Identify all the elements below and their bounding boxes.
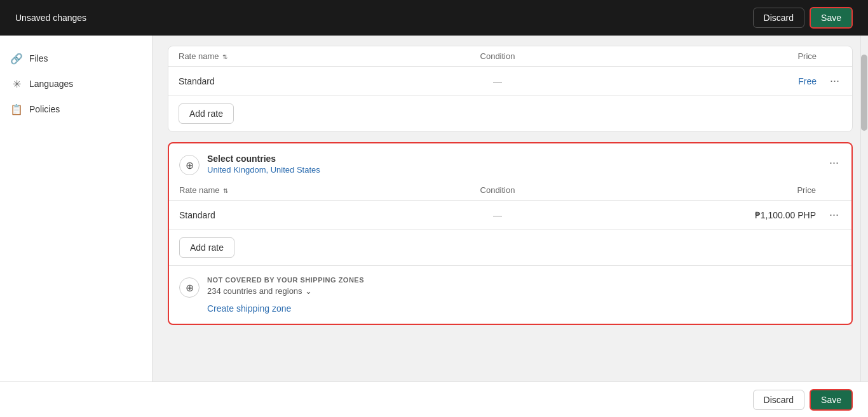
sort-icon: ⇅ [222, 53, 227, 60]
sort-icon-zone: ⇅ [223, 187, 228, 194]
zone-countries: United Kingdom, United States [207, 165, 320, 175]
add-rate-button-zone[interactable]: Add rate [179, 237, 234, 258]
unsaved-changes-bar: Unsaved changes Discard Save [0, 0, 868, 36]
rate-name-header-top: Rate name [179, 51, 219, 61]
standard-zone-card: Rate name ⇅ Condition Price Standard — [168, 46, 853, 132]
not-covered-header: ⊕ NOT COVERED BY YOUR SHIPPING ZONES 234… [179, 276, 841, 314]
not-covered-label: NOT COVERED BY YOUR SHIPPING ZONES [207, 276, 364, 284]
scrollbar-thumb[interactable] [861, 55, 867, 131]
create-shipping-zone-link[interactable]: Create shipping zone [207, 303, 291, 314]
zone-info: Select countries United Kingdom, United … [207, 154, 320, 175]
scrollbar-track [860, 36, 868, 417]
sidebar-item-files-label: Files [29, 53, 48, 63]
sidebar-item-files[interactable]: 🔗 Files [0, 46, 152, 71]
main-layout: 🔗 Files ✳ Languages 📋 Policies Rate name… [0, 36, 868, 417]
not-covered-section: ⊕ NOT COVERED BY YOUR SHIPPING ZONES 234… [169, 266, 851, 324]
add-rate-button-top[interactable]: Add rate [179, 103, 234, 124]
save-button-bottom[interactable]: Save [810, 389, 853, 411]
not-covered-info: NOT COVERED BY YOUR SHIPPING ZONES 234 c… [207, 276, 364, 314]
rate-name-header-zone: Rate name [179, 185, 220, 195]
languages-icon: ✳ [10, 77, 23, 90]
rate-options-top[interactable]: ··· [827, 72, 842, 89]
rate-options-zone[interactable]: ··· [827, 206, 841, 223]
standard-rate-row-top: Standard — Free ··· [168, 67, 852, 96]
standard-rate-condition-top: — [493, 76, 502, 86]
condition-header-zone: Condition [480, 185, 515, 195]
standard-rate-price-zone: ₱1,100.00 PHP [755, 210, 816, 220]
sidebar-item-policies[interactable]: 📋 Policies [0, 96, 152, 122]
sidebar-item-policies-label: Policies [29, 104, 60, 114]
zone-header: ⊕ Select countries United Kingdom, Unite… [169, 143, 851, 180]
zone-options[interactable]: ··· [827, 154, 841, 172]
content-area: Rate name ⇅ Condition Price Standard — [153, 36, 868, 417]
price-header-zone: Price [797, 185, 816, 195]
select-countries-card: ⊕ Select countries United Kingdom, Unite… [168, 142, 853, 325]
standard-rate-name-zone: Standard [179, 210, 215, 220]
files-icon: 🔗 [10, 52, 23, 65]
globe-icon: ⊕ [179, 155, 200, 175]
standard-rate-row-zone: Standard — ₱1,100.00 PHP ··· [169, 201, 851, 230]
standard-rate-price-top: Free [798, 76, 817, 86]
countries-count-text: 234 countries and regions [207, 286, 302, 296]
price-header-top: Price [797, 51, 817, 61]
policies-icon: 📋 [10, 103, 23, 116]
standard-rate-name-top: Standard [179, 76, 215, 86]
zone-title: Select countries [207, 154, 320, 164]
standard-rate-condition-zone: — [493, 210, 502, 220]
bottom-action-bar: Discard Save [0, 381, 868, 417]
not-covered-globe-icon: ⊕ [179, 277, 200, 298]
rate-table-header-zone: Rate name ⇅ Condition Price [169, 180, 851, 201]
discard-button-top[interactable]: Discard [753, 8, 804, 28]
countries-expand[interactable]: 234 countries and regions ⌄ [207, 286, 364, 296]
expand-icon: ⌄ [305, 286, 312, 296]
unsaved-changes-title: Unsaved changes [15, 13, 86, 23]
condition-header-top: Condition [480, 51, 515, 61]
sidebar: 🔗 Files ✳ Languages 📋 Policies [0, 36, 153, 417]
discard-button-bottom[interactable]: Discard [753, 390, 804, 410]
sidebar-item-languages[interactable]: ✳ Languages [0, 71, 152, 96]
unsaved-actions: Discard Save [753, 7, 853, 29]
zone-header-left: ⊕ Select countries United Kingdom, Unite… [179, 154, 320, 175]
rate-table-header-top: Rate name ⇅ Condition Price [168, 46, 852, 67]
save-button-top[interactable]: Save [810, 7, 853, 29]
sidebar-item-languages-label: Languages [29, 79, 73, 89]
